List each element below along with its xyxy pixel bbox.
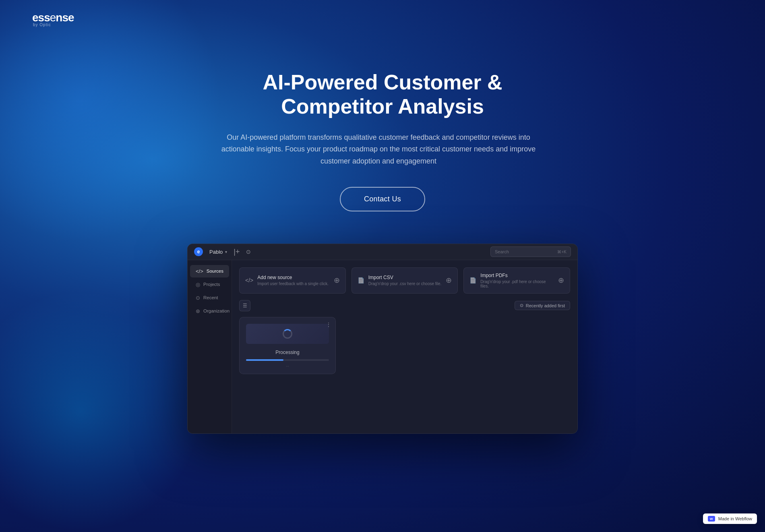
source-cards-row: </> Add new source Import user feedback … xyxy=(239,267,570,294)
spinner xyxy=(283,329,292,339)
app-body: </> Sources ◎ Projects ⊙ Recent ⊛ Organi… xyxy=(188,260,577,433)
add-source-subtitle: Import user feedback with a single click… xyxy=(257,282,329,286)
processing-meta: ... xyxy=(246,363,329,367)
webflow-label: Made in Webflow xyxy=(718,516,752,521)
sidebar-label-organization: Organization xyxy=(203,308,229,313)
card-menu-icon[interactable]: ⋮ xyxy=(326,321,331,328)
import-pdfs-card[interactable]: 📄 Import PDFs Drag'n'drop your .pdf here… xyxy=(463,267,570,294)
main-content: </> Add new source Import user feedback … xyxy=(232,260,577,433)
add-new-source-card[interactable]: </> Add new source Import user feedback … xyxy=(239,267,346,294)
add-source-title: Add new source xyxy=(257,275,329,280)
csv-icon: 📄 xyxy=(358,277,364,284)
progress-bar-fill xyxy=(246,359,283,361)
toolbar-row: ☰ ⊙ Recently added first xyxy=(239,300,570,311)
projects-icon: ◎ xyxy=(196,282,200,288)
webflow-badge: W Made in Webflow xyxy=(703,513,757,524)
sidebar-item-recent[interactable]: ⊙ Recent xyxy=(190,292,229,304)
sort-icon: ⊙ xyxy=(520,303,523,308)
sort-button[interactable]: ⊙ Recently added first xyxy=(515,301,570,310)
pdf-subtitle: Drag'n'drop your .pdf here or choose fil… xyxy=(480,279,554,288)
app-window-wrapper: e Pablo ▾ |+ ⊙ Search ⌘+K xyxy=(187,244,578,434)
contact-us-button[interactable]: Contact Us xyxy=(340,187,425,211)
add-csv-plus-icon[interactable]: ⊕ xyxy=(446,276,452,285)
filter-icon: ☰ xyxy=(243,303,247,308)
add-pdf-plus-icon[interactable]: ⊕ xyxy=(558,276,564,285)
sort-label: Recently added first xyxy=(526,303,565,308)
titlebar-new-button[interactable]: |+ xyxy=(234,248,240,256)
code-icon: </> xyxy=(245,277,253,284)
app-window: e Pablo ▾ |+ ⊙ Search ⌘+K xyxy=(187,244,578,434)
csv-subtitle: Drag'n'drop your .csv here or choose fil… xyxy=(368,282,442,286)
sidebar-item-projects[interactable]: ◎ Projects xyxy=(190,278,229,291)
logo: essense by Optic xyxy=(32,11,74,27)
processing-card: ⋮ Processing ... xyxy=(239,317,336,374)
add-source-plus-icon[interactable]: ⊕ xyxy=(334,276,340,285)
search-bar[interactable]: Search ⌘+K xyxy=(490,246,571,257)
sidebar-label-projects: Projects xyxy=(203,282,220,287)
pdf-icon: 📄 xyxy=(469,277,476,284)
hero-title: AI-Powered Customer & Competitor Analysi… xyxy=(217,70,548,119)
sidebar-label-recent: Recent xyxy=(203,295,218,300)
sidebar-item-organization[interactable]: ⊛ Organization xyxy=(190,305,229,317)
processing-label: Processing xyxy=(246,350,329,355)
titlebar-username: Pablo xyxy=(209,249,223,255)
import-csv-card[interactable]: 📄 Import CSV Drag'n'drop your .csv here … xyxy=(351,267,458,294)
progress-bar-track xyxy=(246,359,329,361)
recent-icon: ⊙ xyxy=(196,295,200,301)
sources-icon: </> xyxy=(196,268,203,274)
titlebar-history-icon[interactable]: ⊙ xyxy=(246,248,251,255)
hero-subtitle: Our AI-powered platform transforms quali… xyxy=(217,132,540,168)
titlebar: e Pablo ▾ |+ ⊙ Search ⌘+K xyxy=(188,244,577,260)
organization-icon: ⊛ xyxy=(196,308,200,314)
filter-button[interactable]: ☰ xyxy=(239,300,250,311)
card-thumbnail xyxy=(246,324,329,344)
sidebar-label-sources: Sources xyxy=(207,269,223,273)
titlebar-user[interactable]: Pablo ▾ xyxy=(209,249,227,255)
navbar: essense by Optic xyxy=(0,0,765,38)
sidebar-item-sources[interactable]: </> Sources xyxy=(190,265,229,277)
hero-section: AI-Powered Customer & Competitor Analysi… xyxy=(201,70,564,211)
sidebar: </> Sources ◎ Projects ⊙ Recent ⊛ Organi… xyxy=(188,260,232,433)
titlebar-chevron-icon: ▾ xyxy=(225,250,227,254)
search-shortcut: ⌘+K xyxy=(557,250,567,254)
pdf-title: Import PDFs xyxy=(480,273,554,278)
search-placeholder: Search xyxy=(495,249,554,254)
webflow-logo-icon: W xyxy=(708,516,715,522)
app-logo-icon: e xyxy=(194,247,203,256)
csv-title: Import CSV xyxy=(368,275,442,280)
